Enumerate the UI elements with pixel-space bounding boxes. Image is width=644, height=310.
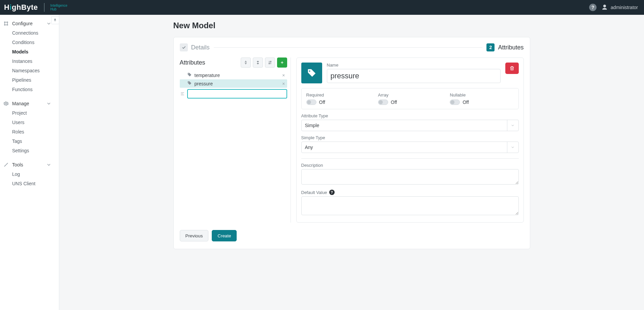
collapse-all-button[interactable] (241, 57, 251, 68)
help-icon[interactable]: ? (329, 190, 335, 195)
chevron-down-icon (511, 123, 515, 127)
sidebar-item-instances[interactable]: Instances (0, 56, 59, 66)
pin-sidebar-button[interactable] (51, 16, 59, 24)
collapse-icon (243, 60, 248, 65)
required-toggle[interactable] (306, 100, 316, 105)
nav-title-configure: Configure (12, 21, 46, 26)
wizard-line (214, 47, 483, 48)
attribute-icon-tile (301, 63, 322, 83)
default-value-input[interactable] (301, 196, 519, 215)
sidebar-item-connections[interactable]: Connections (0, 28, 59, 38)
brand-logo: HighByte Intelligence Hub (4, 3, 67, 12)
nav-header-manage[interactable]: Manage (0, 100, 59, 108)
check-badge (180, 43, 188, 51)
chevron-down-icon (46, 162, 52, 167)
wizard-footer: Previous Create (180, 230, 524, 241)
sort-icon (268, 60, 272, 65)
attribute-editor: Name Required (296, 57, 524, 223)
required-label: Required (306, 92, 370, 98)
nullable-toggle[interactable] (450, 100, 460, 105)
default-value-label: Default Value (301, 190, 327, 195)
remove-attribute-button[interactable]: × (282, 81, 285, 86)
wizard-title-details: Details (191, 44, 210, 51)
previous-button[interactable]: Previous (180, 230, 209, 241)
sidebar-item-functions[interactable]: Functions (0, 85, 59, 94)
attribute-row[interactable]: temperature × (180, 71, 287, 79)
sidebar-item-users[interactable]: Users (0, 118, 59, 127)
array-toggle[interactable] (378, 100, 388, 105)
expand-all-button[interactable] (253, 57, 263, 68)
attr-type-label: Attribute Type (301, 113, 519, 118)
required-state: Off (319, 100, 325, 105)
new-attribute-input[interactable] (187, 89, 287, 99)
sidebar-item-pipelines[interactable]: Pipelines (0, 75, 59, 85)
sidebar-item-log[interactable]: Log (0, 169, 59, 179)
wizard-badge-num: 2 (486, 43, 495, 51)
flags-row: Required Off Array Off (301, 88, 519, 109)
wizard-title-attributes: Attributes (498, 44, 523, 51)
attr-type-value: Simple (305, 123, 319, 128)
wizard-step-details[interactable]: Details (180, 43, 210, 51)
nav-title-manage: Manage (12, 101, 46, 106)
pin-icon (53, 18, 57, 22)
name-label: Name (327, 63, 501, 68)
sidebar-item-tags[interactable]: Tags (0, 137, 59, 146)
simple-type-select[interactable]: Any (301, 142, 519, 153)
create-button[interactable]: Create (212, 230, 237, 241)
attributes-heading: Attributes (180, 59, 205, 66)
sort-button[interactable] (265, 57, 275, 68)
user-menu[interactable]: administrator (601, 4, 638, 11)
divider (301, 158, 519, 159)
trash-icon (509, 66, 515, 71)
chevron-down-icon (511, 145, 515, 149)
user-icon (601, 4, 608, 11)
brand-sub-2: Hub (50, 7, 68, 11)
gear-icon (3, 101, 9, 106)
nav-header-configure[interactable]: Configure (0, 20, 59, 28)
svg-point-2 (4, 25, 5, 26)
check-icon (181, 45, 186, 50)
nav-section-configure: Configure Connections Conditions Models … (0, 17, 59, 97)
topnav: HighByte Intelligence Hub ? administrato… (0, 0, 644, 15)
delete-attribute-button[interactable] (505, 63, 519, 74)
simple-type-label: Simple Type (301, 135, 519, 140)
remove-attribute-button[interactable]: × (282, 73, 285, 78)
array-state: Off (391, 100, 397, 105)
sidebar-item-conditions[interactable]: Conditions (0, 38, 59, 47)
sidebar-item-project[interactable]: Project (0, 108, 59, 118)
sidebar-item-models[interactable]: Models (0, 47, 59, 56)
chevron-down-icon (46, 21, 52, 26)
array-label: Array (378, 92, 442, 98)
attribute-label: pressure (195, 81, 280, 86)
description-label: Description (301, 163, 519, 168)
tag-icon (307, 68, 317, 78)
brand-seg-c: ghByte (12, 3, 38, 11)
sidebar-item-uns-client[interactable]: UNS Client (0, 179, 59, 188)
svg-point-1 (7, 22, 8, 23)
add-attribute-button[interactable] (277, 57, 287, 68)
wizard-header: Details 2 Attributes (180, 43, 524, 51)
nav-section-tools: Tools Log UNS Client (0, 158, 59, 191)
help-icon[interactable]: ? (589, 4, 597, 11)
brand-sub-1: Intelligence (50, 4, 68, 7)
brand-seg-a: H (4, 3, 9, 11)
svg-point-3 (7, 25, 8, 26)
sidebar-item-namespaces[interactable]: Namespaces (0, 66, 59, 75)
attr-type-select[interactable]: Simple (301, 120, 519, 131)
nav-section-manage: Manage Project Users Roles Tags Settings (0, 97, 59, 158)
name-input[interactable] (327, 69, 501, 83)
page-title: New Model (173, 21, 530, 30)
wizard-step-attributes[interactable]: 2 Attributes (486, 43, 523, 51)
description-input[interactable] (301, 169, 519, 185)
expand-icon (256, 60, 260, 65)
new-attribute-row (180, 89, 287, 99)
default-value-label-row: Default Value ? (301, 190, 519, 195)
plus-icon (280, 61, 284, 65)
sidebar-item-settings[interactable]: Settings (0, 146, 59, 155)
brand-divider (44, 3, 44, 12)
attribute-row[interactable]: pressure × (180, 79, 287, 88)
tools-icon (3, 162, 9, 167)
sidebar-item-roles[interactable]: Roles (0, 127, 59, 137)
nav-title-tools: Tools (12, 162, 46, 167)
nav-header-tools[interactable]: Tools (0, 161, 59, 169)
